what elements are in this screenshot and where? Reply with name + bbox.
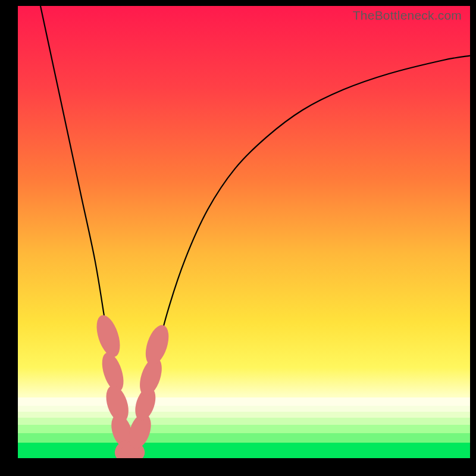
- watermark-text: TheBottleneck.com: [353, 8, 462, 23]
- bottleneck-curve: [40, 6, 470, 458]
- chart-frame: TheBottleneck.com: [0, 0, 476, 476]
- data-marker: [141, 322, 173, 368]
- marker-group: [92, 312, 173, 458]
- curve-layer: [18, 6, 470, 458]
- plot-area: TheBottleneck.com: [18, 6, 470, 458]
- data-marker: [92, 312, 124, 360]
